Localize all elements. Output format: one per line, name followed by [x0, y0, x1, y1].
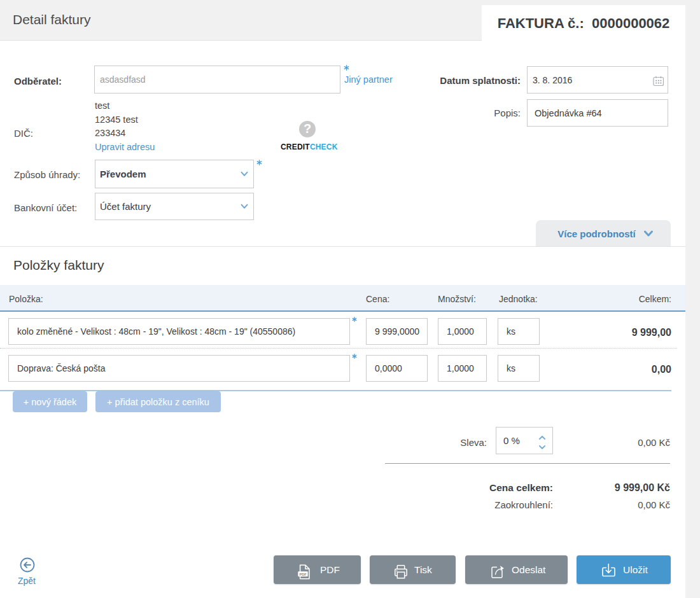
svg-text:PDF: PDF [299, 573, 307, 576]
